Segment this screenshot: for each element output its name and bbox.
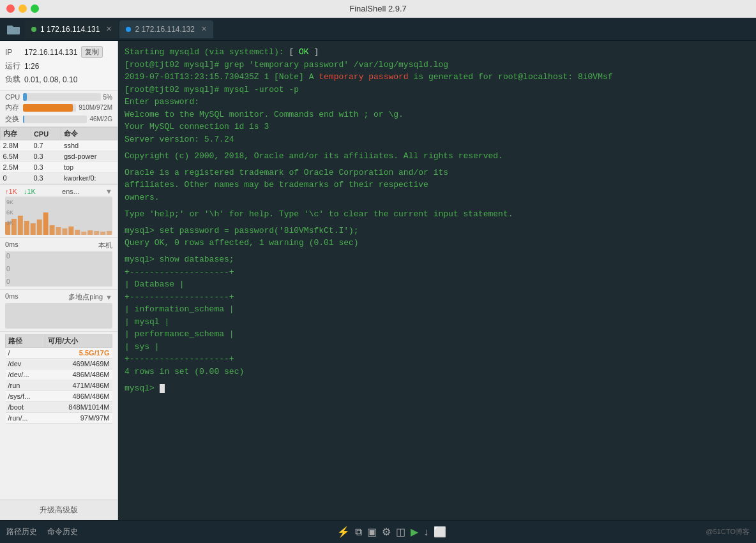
svg-rect-15	[94, 231, 99, 235]
terminal-line: Server version: 5.7.24	[125, 133, 750, 146]
svg-rect-21	[5, 251, 112, 286]
play-icon[interactable]: ▶	[411, 526, 418, 538]
multiping-expand-icon[interactable]: ▼	[105, 294, 112, 301]
terminal-line: +--------------------+	[125, 266, 750, 279]
swap-value: 46M/2G	[89, 115, 112, 123]
upgrade-button[interactable]: 升级高级版	[0, 500, 117, 520]
terminal-line: Copyright (c) 2000, 2018, Oracle and/or …	[125, 150, 750, 163]
svg-rect-10	[62, 228, 67, 235]
svg-rect-4	[24, 221, 29, 235]
disk-row: /sys/f... 486M/486M	[6, 391, 112, 402]
svg-rect-5	[31, 223, 36, 235]
disk-space: 5.5G/17G	[45, 348, 112, 359]
disk-path: /run	[6, 380, 45, 391]
disk-path: /run/...	[6, 413, 45, 424]
terminal-line: owners.	[125, 191, 750, 204]
tab-status-dot-2	[126, 27, 131, 32]
disk-space: 848M/1014M	[45, 402, 112, 413]
multiping-section: 0ms 多地点ping ▼	[0, 289, 117, 331]
net-expand-icon[interactable]: ▼	[105, 188, 112, 195]
svg-rect-8	[50, 225, 55, 235]
sidebar-info: IP 172.16.114.131 复制 运行 1:26 负载 0.01, 0.…	[0, 41, 117, 91]
monitor-icon[interactable]: ⬜	[434, 526, 446, 538]
lightning-icon[interactable]: ⚡	[337, 526, 350, 538]
copy-icon[interactable]: ⧉	[355, 526, 362, 538]
proc-cpu: 0.3	[31, 151, 61, 162]
terminal-content: Starting mysqld (via systemctl): [ OK ][…	[125, 46, 750, 394]
network-graph: 9K 6K 3K	[5, 197, 112, 235]
terminal-line: mysql> show databases;	[125, 253, 750, 266]
cpu-pct-label: 5%	[103, 94, 112, 101]
latency-section: 0ms 本机 0 0 0	[0, 237, 117, 289]
window-controls	[6, 4, 39, 13]
proc-cpu: 0.3	[31, 173, 61, 184]
disk-path: /dev	[6, 359, 45, 369]
tab-close-1[interactable]: ✕	[106, 25, 112, 33]
lat-val-0: 0	[6, 253, 10, 260]
titlebar: FinalShell 2.9.7	[0, 0, 756, 18]
proc-header-cpu: CPU	[31, 128, 61, 140]
copy-button[interactable]: 复制	[81, 46, 103, 58]
folder-icon[interactable]	[3, 20, 24, 38]
path-history-button[interactable]: 路径历史	[6, 526, 37, 537]
svg-rect-7	[43, 212, 49, 235]
ip-value: 172.16.114.131	[24, 48, 77, 57]
tab-2[interactable]: 2 172.16.114.132 ✕	[119, 20, 213, 38]
proc-header-cmd: 命令	[61, 128, 117, 140]
disk-path: /sys/f...	[6, 391, 45, 402]
terminal-line: +--------------------+	[125, 291, 750, 304]
terminal-line: +--------------------+	[125, 353, 750, 366]
disk-header-path: 路径	[6, 335, 45, 348]
disk-space: 97M/97M	[45, 413, 112, 424]
main-area: IP 172.16.114.131 复制 运行 1:26 负载 0.01, 0.…	[0, 41, 756, 520]
ip-label: IP	[5, 48, 20, 57]
multiping-graph	[5, 303, 112, 329]
credit-label: @51CTO博客	[706, 527, 750, 537]
cmd-history-button[interactable]: 命令历史	[47, 526, 78, 537]
terminal-line: | sys |	[125, 341, 750, 353]
mem-bar	[23, 104, 76, 112]
bottom-icons: ⚡ ⧉ ▣ ⚙ ◫ ▶ ↓ ⬜	[337, 526, 446, 538]
load-label: 负载	[5, 74, 20, 85]
disk-row: /boot 848M/1014M	[6, 402, 112, 413]
disk-path: /dev/...	[6, 369, 45, 380]
disk-header-space: 可用/大小	[45, 335, 112, 348]
multiping-value: 0ms	[5, 292, 19, 302]
tab-label-2: 2 172.16.114.132	[135, 25, 194, 34]
terminal-line: Type 'help;' or '\h' for help. Type '\c'…	[125, 208, 750, 221]
close-button[interactable]	[6, 4, 15, 13]
disk-space: 486M/486M	[45, 391, 112, 402]
terminal-line: 4 rows in set (0.00 sec)	[125, 366, 750, 378]
terminal-line: mysql>	[125, 382, 750, 395]
tabbar: 1 172.16.114.131 ✕ 2 172.16.114.132 ✕	[0, 18, 756, 41]
download-icon[interactable]: ↓	[423, 526, 428, 538]
net-down: ↓1K	[24, 188, 36, 195]
svg-rect-14	[87, 230, 93, 235]
tab-1[interactable]: 1 172.16.114.131 ✕	[25, 20, 118, 38]
svg-rect-6	[37, 219, 42, 235]
terminal-line: | Database |	[125, 278, 750, 291]
folder-icon[interactable]: ◫	[396, 526, 405, 538]
svg-rect-13	[81, 232, 86, 235]
terminal-line: | performance_schema |	[125, 328, 750, 341]
process-table-container: 内存 CPU 命令 2.8M 0.7 sshd 6.5M 0.3 gsd-pow…	[0, 127, 117, 184]
process-row: 6.5M 0.3 gsd-power	[1, 151, 117, 162]
proc-cmd: kworker/0:	[61, 173, 117, 184]
process-row: 2.8M 0.7 sshd	[1, 140, 117, 151]
terminal-line: mysql> set password = password('8i0VMsfk…	[125, 225, 750, 237]
search-icon[interactable]: ⚙	[382, 526, 391, 538]
disk-table: 路径 可用/大小 / 5.5G/17G /dev 469M/469M /dev/…	[5, 334, 112, 424]
process-row: 0 0.3 kworker/0:	[1, 173, 117, 184]
swap-label: 交换	[5, 114, 20, 124]
maximize-button[interactable]	[31, 4, 39, 13]
terminal-icon[interactable]: ▣	[367, 526, 377, 538]
resource-bars: CPU 5% 内存 910M/972M 交换 46M/2G	[0, 91, 117, 127]
proc-cpu: 0.7	[31, 140, 61, 151]
proc-header-mem: 内存	[1, 128, 31, 140]
mem-value: 910M/972M	[79, 104, 112, 111]
terminal-line: Query OK, 0 rows affected, 1 warning (0.…	[125, 237, 750, 249]
minimize-button[interactable]	[19, 4, 27, 13]
tab-close-2[interactable]: ✕	[201, 25, 207, 33]
cpu-label: CPU	[5, 93, 20, 101]
terminal[interactable]: Starting mysqld (via systemctl): [ OK ][…	[118, 41, 756, 520]
